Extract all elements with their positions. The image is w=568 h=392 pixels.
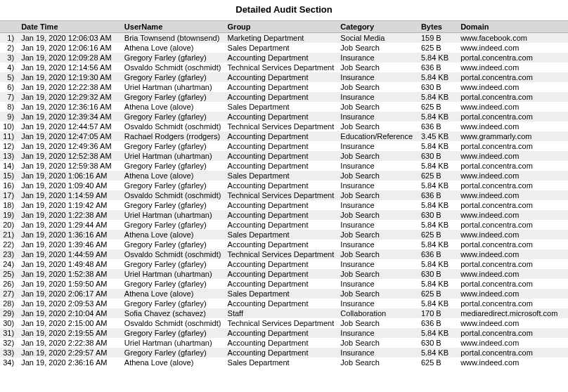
- table-row[interactable]: 4)Jan 19, 2020 12:14:56 AMOsvaldo Schmid…: [0, 63, 568, 72]
- cell-index: 23): [0, 249, 18, 259]
- cell-group: Accounting Department: [225, 210, 338, 220]
- cell-username: Osvaldo Schmidt (oschmidt): [122, 190, 225, 200]
- cell-domain: www.indeed.com: [458, 210, 568, 220]
- cell-index: 12): [0, 141, 18, 151]
- table-row[interactable]: 27)Jan 19, 2020 2:06:17 AMAthena Love (a…: [0, 289, 568, 299]
- col-bytes[interactable]: Bytes: [418, 21, 458, 33]
- cell-group: Accounting Department: [225, 82, 338, 92]
- table-header-row: Date Time UserName Group Category Bytes …: [0, 21, 568, 33]
- cell-index: 9): [0, 112, 18, 122]
- cell-index: 10): [0, 122, 18, 131]
- cell-group: Technical Services Department: [225, 122, 338, 131]
- cell-category: Job Search: [337, 358, 418, 367]
- table-row[interactable]: 29)Jan 19, 2020 2:10:04 AMSofia Chavez (…: [0, 308, 568, 318]
- cell-bytes: 5.84 KB: [418, 112, 458, 122]
- cell-datetime: Jan 19, 2020 12:52:38 AM: [18, 151, 122, 161]
- col-group[interactable]: Group: [225, 21, 338, 33]
- table-row[interactable]: 33)Jan 19, 2020 2:29:57 AMGregory Farley…: [0, 348, 568, 358]
- cell-datetime: Jan 19, 2020 2:29:57 AM: [18, 348, 122, 358]
- cell-domain: www.indeed.com: [458, 230, 568, 240]
- cell-index: 2): [0, 43, 18, 53]
- table-row[interactable]: 19)Jan 19, 2020 1:22:38 AMUriel Hartman …: [0, 210, 568, 220]
- table-row[interactable]: 32)Jan 19, 2020 2:22:38 AMUriel Hartman …: [0, 338, 568, 348]
- col-username[interactable]: UserName: [122, 21, 225, 33]
- cell-datetime: Jan 19, 2020 1:44:59 AM: [18, 249, 122, 259]
- cell-domain: www.indeed.com: [458, 82, 568, 92]
- cell-category: Job Search: [337, 102, 418, 112]
- cell-group: Accounting Department: [225, 92, 338, 102]
- table-row[interactable]: 10)Jan 19, 2020 12:44:57 AMOsvaldo Schmi…: [0, 122, 568, 131]
- cell-domain: portal.concentra.com: [458, 161, 568, 171]
- table-row[interactable]: 21)Jan 19, 2020 1:36:16 AMAthena Love (a…: [0, 230, 568, 240]
- cell-group: Accounting Department: [225, 220, 338, 230]
- cell-domain: www.indeed.com: [458, 63, 568, 72]
- cell-username: Gregory Farley (gfarley): [122, 53, 225, 63]
- cell-domain: portal.concentra.com: [458, 200, 568, 210]
- cell-datetime: Jan 19, 2020 2:19:55 AM: [18, 328, 122, 338]
- col-index[interactable]: [0, 21, 18, 33]
- cell-username: Athena Love (alove): [122, 102, 225, 112]
- cell-index: 15): [0, 171, 18, 181]
- cell-group: Accounting Department: [225, 338, 338, 348]
- table-row[interactable]: 31)Jan 19, 2020 2:19:55 AMGregory Farley…: [0, 328, 568, 338]
- table-row[interactable]: 16)Jan 19, 2020 1:09:40 AMGregory Farley…: [0, 181, 568, 190]
- cell-category: Job Search: [337, 269, 418, 279]
- table-row[interactable]: 14)Jan 19, 2020 12:59:38 AMGregory Farle…: [0, 161, 568, 171]
- table-row[interactable]: 9)Jan 19, 2020 12:39:34 AMGregory Farley…: [0, 112, 568, 122]
- cell-username: Osvaldo Schmidt (oschmidt): [122, 249, 225, 259]
- cell-domain: www.indeed.com: [458, 289, 568, 299]
- cell-datetime: Jan 19, 2020 2:09:53 AM: [18, 299, 122, 308]
- table-row[interactable]: 24)Jan 19, 2020 1:49:48 AMGregory Farley…: [0, 259, 568, 269]
- table-row[interactable]: 20)Jan 19, 2020 1:29:44 AMGregory Farley…: [0, 220, 568, 230]
- col-category[interactable]: Category: [337, 21, 418, 33]
- cell-datetime: Jan 19, 2020 1:19:42 AM: [18, 200, 122, 210]
- cell-username: Gregory Farley (gfarley): [122, 141, 225, 151]
- report-title: Detailed Audit Section: [0, 0, 568, 20]
- cell-domain: www.indeed.com: [458, 318, 568, 328]
- cell-index: 17): [0, 190, 18, 200]
- cell-group: Accounting Department: [225, 259, 338, 269]
- table-row[interactable]: 13)Jan 19, 2020 12:52:38 AMUriel Hartman…: [0, 151, 568, 161]
- table-row[interactable]: 5)Jan 19, 2020 12:19:30 AMGregory Farley…: [0, 72, 568, 82]
- table-row[interactable]: 8)Jan 19, 2020 12:36:16 AMAthena Love (a…: [0, 102, 568, 112]
- col-domain[interactable]: Domain: [458, 21, 568, 33]
- cell-datetime: Jan 19, 2020 12:59:38 AM: [18, 161, 122, 171]
- cell-index: 4): [0, 63, 18, 72]
- cell-username: Gregory Farley (gfarley): [122, 200, 225, 210]
- col-datetime[interactable]: Date Time: [18, 21, 122, 33]
- cell-username: Osvaldo Schmidt (oschmidt): [122, 318, 225, 328]
- table-row[interactable]: 7)Jan 19, 2020 12:29:32 AMGregory Farley…: [0, 92, 568, 102]
- table-row[interactable]: 6)Jan 19, 2020 12:22:38 AMUriel Hartman …: [0, 82, 568, 92]
- cell-group: Sales Department: [225, 43, 338, 53]
- cell-index: 25): [0, 269, 18, 279]
- cell-index: 14): [0, 161, 18, 171]
- table-row[interactable]: 28)Jan 19, 2020 2:09:53 AMGregory Farley…: [0, 299, 568, 308]
- cell-datetime: Jan 19, 2020 12:14:56 AM: [18, 63, 122, 72]
- cell-domain: portal.concentra.com: [458, 92, 568, 102]
- table-row[interactable]: 1)Jan 19, 2020 12:06:03 AMBria Townsend …: [0, 33, 568, 44]
- cell-group: Sales Department: [225, 102, 338, 112]
- table-row[interactable]: 2)Jan 19, 2020 12:06:16 AMAthena Love (a…: [0, 43, 568, 53]
- cell-group: Technical Services Department: [225, 63, 338, 72]
- cell-group: Accounting Department: [225, 240, 338, 249]
- table-row[interactable]: 30)Jan 19, 2020 2:15:00 AMOsvaldo Schmid…: [0, 318, 568, 328]
- table-row[interactable]: 12)Jan 19, 2020 12:49:36 AMGregory Farle…: [0, 141, 568, 151]
- cell-username: Uriel Hartman (uhartman): [122, 269, 225, 279]
- cell-index: 21): [0, 230, 18, 240]
- table-row[interactable]: 15)Jan 19, 2020 1:06:16 AMAthena Love (a…: [0, 171, 568, 181]
- cell-domain: www.indeed.com: [458, 249, 568, 259]
- table-row[interactable]: 25)Jan 19, 2020 1:52:38 AMUriel Hartman …: [0, 269, 568, 279]
- table-row[interactable]: 22)Jan 19, 2020 1:39:46 AMGregory Farley…: [0, 240, 568, 249]
- table-row[interactable]: 17)Jan 19, 2020 1:14:59 AMOsvaldo Schmid…: [0, 190, 568, 200]
- table-row[interactable]: 23)Jan 19, 2020 1:44:59 AMOsvaldo Schmid…: [0, 249, 568, 259]
- cell-username: Gregory Farley (gfarley): [122, 240, 225, 249]
- table-row[interactable]: 18)Jan 19, 2020 1:19:42 AMGregory Farley…: [0, 200, 568, 210]
- table-row[interactable]: 26)Jan 19, 2020 1:59:50 AMGregory Farley…: [0, 279, 568, 289]
- table-row[interactable]: 34)Jan 19, 2020 2:36:16 AMAthena Love (a…: [0, 358, 568, 367]
- cell-bytes: 625 B: [418, 171, 458, 181]
- cell-index: 13): [0, 151, 18, 161]
- table-row[interactable]: 3)Jan 19, 2020 12:09:28 AMGregory Farley…: [0, 53, 568, 63]
- table-row[interactable]: 11)Jan 19, 2020 12:47:05 AMRachael Rodge…: [0, 131, 568, 141]
- cell-username: Gregory Farley (gfarley): [122, 328, 225, 338]
- cell-group: Accounting Department: [225, 181, 338, 190]
